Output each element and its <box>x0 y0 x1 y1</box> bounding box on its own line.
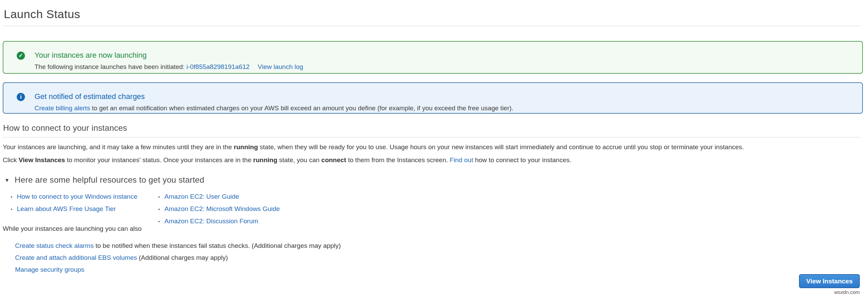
create-ebs-volumes-link[interactable]: Create and attach additional EBS volumes <box>15 254 137 261</box>
success-banner-content: Your instances are now launching The fol… <box>35 51 303 71</box>
para2-text-1: Click <box>3 156 18 164</box>
success-body: The following instance launches have bee… <box>35 63 303 71</box>
resources-left-column: •How to connect to your Windows instance… <box>11 188 158 225</box>
resources-right-column: •Amazon EC2: User Guide •Amazon EC2: Mic… <box>158 188 280 225</box>
info-body: Create billing alerts to get an email no… <box>35 104 513 112</box>
instance-id-link[interactable]: i-0f855a8298191a612 <box>187 63 250 70</box>
while-item-text: to be notified when these instances fail… <box>94 242 341 249</box>
para2-text-3: state, you can <box>277 156 321 164</box>
create-billing-alerts-link[interactable]: Create billing alerts <box>35 104 90 112</box>
para1-bold-running: running <box>234 143 258 151</box>
ec2-discussion-forum-link[interactable]: Amazon EC2: Discussion Forum <box>164 217 258 225</box>
info-body-text: to get an email notification when estima… <box>90 104 513 112</box>
triangle-down-icon: ▼ <box>4 177 10 183</box>
page-title: Launch Status <box>3 0 860 21</box>
list-item: •Learn about AWS Free Usage Tier <box>11 205 158 213</box>
while-items: Create status check alarms to be notifie… <box>15 242 860 273</box>
para2-bold-connect: connect <box>321 156 346 164</box>
check-circle-icon: ✓ <box>17 52 25 60</box>
while-item-ebs-volumes: Create and attach additional EBS volumes… <box>15 254 860 262</box>
while-item-status-alarms: Create status check alarms to be notifie… <box>15 242 860 250</box>
para2-text-5: how to connect to your instances. <box>473 156 571 164</box>
resources-toggle[interactable]: ▼ Here are some helpful resources to get… <box>3 175 860 185</box>
while-intro: While your instances are launching you c… <box>3 225 860 232</box>
connect-paragraph-2: Click View Instances to monitor your ins… <box>3 156 860 164</box>
ec2-user-guide-link[interactable]: Amazon EC2: User Guide <box>164 193 239 200</box>
bullet-icon: • <box>11 194 12 200</box>
info-heading: Get notified of estimated charges <box>35 92 513 101</box>
para2-bold-view-instances: View Instances <box>18 156 65 164</box>
success-body-text: The following instance launches have bee… <box>35 63 187 70</box>
connect-section-heading: How to connect to your instances <box>3 114 860 133</box>
find-out-link[interactable]: Find out <box>450 156 473 164</box>
connect-paragraph-1: Your instances are launching, and it may… <box>3 143 860 151</box>
windows-instance-link[interactable]: How to connect to your Windows instance <box>17 193 137 200</box>
list-item: •How to connect to your Windows instance <box>11 193 158 200</box>
success-banner: ✓ Your instances are now launching The f… <box>3 41 863 74</box>
para1-text-1: Your instances are launching, and it may… <box>3 143 234 151</box>
bullet-icon: • <box>158 219 160 224</box>
list-item: •Amazon EC2: User Guide <box>158 193 280 200</box>
success-heading: Your instances are now launching <box>35 51 303 60</box>
para2-text-2: to monitor your instances' status. Once … <box>65 156 253 164</box>
bullet-icon: • <box>158 206 160 212</box>
bullet-icon: • <box>158 194 160 200</box>
while-item-text: (Additional charges may apply) <box>137 254 228 261</box>
para2-text-4: to them from the Instances screen. <box>346 156 450 164</box>
free-usage-tier-link[interactable]: Learn about AWS Free Usage Tier <box>17 205 116 213</box>
ec2-windows-guide-link[interactable]: Amazon EC2: Microsoft Windows Guide <box>164 205 280 213</box>
while-item-security-groups: Manage security groups <box>15 266 860 273</box>
manage-security-groups-link[interactable]: Manage security groups <box>15 266 84 273</box>
para2-bold-running: running <box>253 156 277 164</box>
connect-section-divider <box>3 137 860 138</box>
para1-text-2: state, when they will be ready for you t… <box>258 143 744 151</box>
create-status-check-alarms-link[interactable]: Create status check alarms <box>15 242 94 249</box>
list-item: •Amazon EC2: Discussion Forum <box>158 217 280 225</box>
view-launch-log-link[interactable]: View launch log <box>258 63 303 70</box>
info-banner: i Get notified of estimated charges Crea… <box>3 82 863 114</box>
bullet-icon: • <box>11 206 12 212</box>
view-instances-button[interactable]: View Instances <box>799 274 860 288</box>
resources-section: ▼ Here are some helpful resources to get… <box>3 175 860 225</box>
resources-heading: Here are some helpful resources to get y… <box>15 175 204 185</box>
list-item: •Amazon EC2: Microsoft Windows Guide <box>158 205 280 213</box>
title-divider <box>3 26 860 26</box>
resources-columns: •How to connect to your Windows instance… <box>3 188 860 225</box>
watermark: wsxdn.com <box>834 289 860 295</box>
info-circle-icon: i <box>17 93 25 101</box>
info-banner-content: Get notified of estimated charges Create… <box>35 92 513 112</box>
launch-status-page: Launch Status ✓ Your instances are now l… <box>0 0 868 296</box>
